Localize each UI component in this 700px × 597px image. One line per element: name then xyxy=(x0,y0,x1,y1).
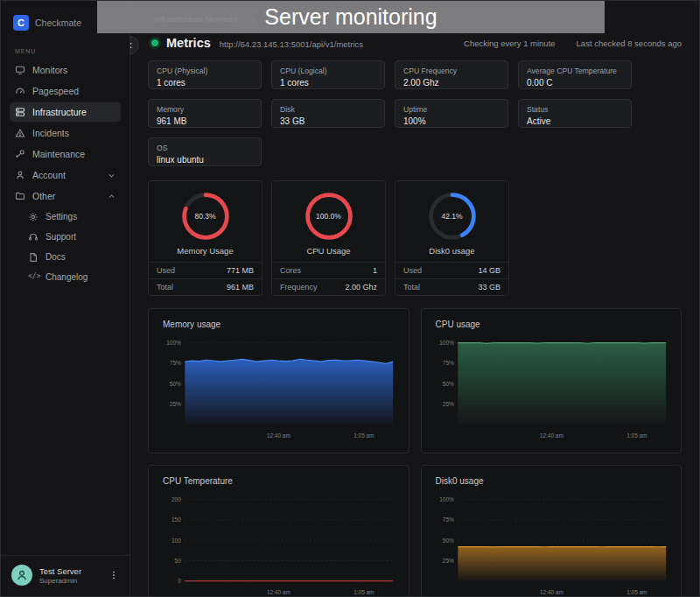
gauge-row-total: Total 33 GB xyxy=(396,278,508,295)
svg-text:1:05 am: 1:05 am xyxy=(626,589,648,595)
stat-value: 1 cores xyxy=(280,78,376,88)
gauge-card-memory-usage: 80.3% Memory Usage Used 771 MB Total 961… xyxy=(148,180,262,296)
sidebar-footer: Test Server Superadmin xyxy=(1,555,130,596)
stat-card-status: Status Active xyxy=(518,99,632,128)
app-logo: C xyxy=(13,15,29,31)
stat-value: linux ubuntu xyxy=(157,155,253,165)
stat-card-disk: Disk 33 GB xyxy=(271,99,385,128)
svg-text:50: 50 xyxy=(175,558,181,564)
pagespeed-icon xyxy=(15,86,25,96)
folder-icon xyxy=(15,191,25,201)
cpu-usage-chart: 25%50%75%100%12:40 am1:05 am xyxy=(430,334,673,445)
gauge-percent: 42.1% xyxy=(426,190,479,242)
svg-text:0: 0 xyxy=(178,578,181,584)
sidebar-item-label: Account xyxy=(32,170,66,180)
avatar[interactable] xyxy=(11,565,32,586)
svg-text:75%: 75% xyxy=(442,516,453,523)
gauges-row: 80.3% Memory Usage Used 771 MB Total 961… xyxy=(148,180,682,296)
page-title: Metrics xyxy=(166,36,211,50)
gauge-title: Memory Usage xyxy=(149,244,262,262)
gauge-kv-value: 961 MB xyxy=(227,283,254,291)
memory-usage-chart: 25%50%75%100%12:40 am1:05 am xyxy=(158,334,400,445)
gauge-kv-key: Frequency xyxy=(280,283,318,291)
disk0-usage-chart: 25%50%75%100%12:40 am1:05 am xyxy=(430,491,673,596)
gauge-row-cores: Cores 1 xyxy=(272,262,385,278)
gauge-kv-key: Used xyxy=(403,266,422,275)
app-window: C Checkmate MENU Monitors Pagespeed Infr… xyxy=(1,1,699,596)
stat-value: 0.00 C xyxy=(527,78,623,88)
gauge-row-frequency: Frequency 2.00 Ghz xyxy=(272,278,385,295)
sidebar-item-settings[interactable]: Settings xyxy=(23,207,121,226)
kebab-menu-icon[interactable] xyxy=(108,570,119,580)
sidebar-item-other[interactable]: Other xyxy=(10,186,121,206)
cpu-gauge: 100.0% xyxy=(303,190,355,242)
stat-cards-grid: CPU (Physical) 1 cores CPU (Logical) 1 c… xyxy=(148,60,682,166)
sidebar-item-pagespeed[interactable]: Pagespeed xyxy=(10,81,121,101)
gauge-percent: 80.3% xyxy=(179,190,232,242)
svg-text:75%: 75% xyxy=(442,360,453,366)
sidebar-item-docs[interactable]: Docs xyxy=(23,248,121,266)
stat-card-os: OS linux ubuntu xyxy=(148,137,262,166)
sidebar-item-label: Docs xyxy=(46,252,66,262)
sidebar-item-maintenance[interactable]: Maintenance xyxy=(10,144,121,164)
chart-cpu-usage: CPU usage 25%50%75%100%12:40 am1:05 am xyxy=(421,308,682,453)
sidebar-item-support[interactable]: Support xyxy=(23,228,121,246)
stat-label: Average CPU Temperature xyxy=(527,67,623,75)
svg-text:100%: 100% xyxy=(439,496,454,502)
sidebar-item-account[interactable]: Account xyxy=(10,165,121,185)
svg-text:100: 100 xyxy=(172,537,181,543)
sidebar-collapse-button[interactable] xyxy=(130,36,139,54)
sidebar-item-incidents[interactable]: Incidents xyxy=(10,123,121,143)
sidebar-item-monitors[interactable]: Monitors xyxy=(10,60,121,80)
gauge-kv-value: 14 GB xyxy=(478,266,500,275)
gauge-kv-key: Cores xyxy=(280,266,301,275)
sidebar-item-label: Pagespeed xyxy=(32,86,79,96)
svg-text:100%: 100% xyxy=(439,340,454,346)
sidebar-item-label: Infrastructure xyxy=(32,107,87,117)
gauge-percent: 100.0% xyxy=(303,190,355,242)
svg-text:1:05 am: 1:05 am xyxy=(354,432,374,439)
svg-text:12:40 am: 12:40 am xyxy=(539,432,563,439)
monitor-url: http://64.23.145.13:5001/api/v1/metrics xyxy=(220,39,363,49)
stat-card-avg-cpu-temperature: Average CPU Temperature 0.00 C xyxy=(518,60,632,89)
svg-text:75%: 75% xyxy=(170,360,181,366)
incidents-icon xyxy=(15,128,25,138)
chevron-up-icon xyxy=(108,193,116,200)
stat-label: Status xyxy=(527,105,623,114)
sidebar-item-label: Other xyxy=(32,191,55,201)
stat-label: Uptime xyxy=(403,105,500,114)
stat-label: CPU (Physical) xyxy=(157,67,253,75)
gear-icon xyxy=(28,212,38,222)
main-content: Infrastructure Monitors > Details Metric… xyxy=(130,1,699,596)
stat-card-cpu-logical: CPU (Logical) 1 cores xyxy=(271,60,385,89)
stat-card-uptime: Uptime 100% xyxy=(395,99,508,128)
gauge-title: Disk0 usage xyxy=(396,244,508,262)
stat-value: 961 MB xyxy=(157,116,253,126)
gauge-kv-value: 33 GB xyxy=(478,283,500,291)
user-role: Superadmin xyxy=(39,577,81,585)
svg-text:1:05 am: 1:05 am xyxy=(354,589,374,595)
gauge-kv-key: Total xyxy=(403,283,420,291)
svg-text:200: 200 xyxy=(172,496,181,502)
stat-label: OS xyxy=(157,144,253,152)
sidebar-item-label: Maintenance xyxy=(32,149,85,159)
check-interval-text: Checking every 1 minute xyxy=(464,39,556,48)
menu-section-label: MENU xyxy=(10,45,121,60)
svg-text:150: 150 xyxy=(172,516,181,523)
svg-text:25%: 25% xyxy=(442,558,453,564)
header-meta: Checking every 1 minute Last checked 8 s… xyxy=(464,39,682,48)
chart-title: Memory usage xyxy=(163,320,400,329)
stat-value: 2.00 Ghz xyxy=(403,78,500,88)
last-checked-text: Last checked 8 seconds ago xyxy=(577,39,682,48)
sidebar-item-changelog[interactable]: </> Changelog xyxy=(23,268,121,286)
sidebar-item-infrastructure[interactable]: Infrastructure xyxy=(10,102,121,122)
svg-text:100%: 100% xyxy=(166,340,181,346)
svg-text:25%: 25% xyxy=(442,401,453,407)
chart-memory-usage: Memory usage 25%50%75%100%12:40 am1:05 a… xyxy=(148,308,410,453)
memory-gauge: 80.3% xyxy=(179,190,232,242)
svg-text:50%: 50% xyxy=(170,380,181,386)
gauge-kv-value: 2.00 Ghz xyxy=(345,283,377,291)
user-name: Test Server xyxy=(39,566,81,576)
stat-label: Memory xyxy=(157,105,253,114)
svg-text:12:40 am: 12:40 am xyxy=(267,432,290,439)
